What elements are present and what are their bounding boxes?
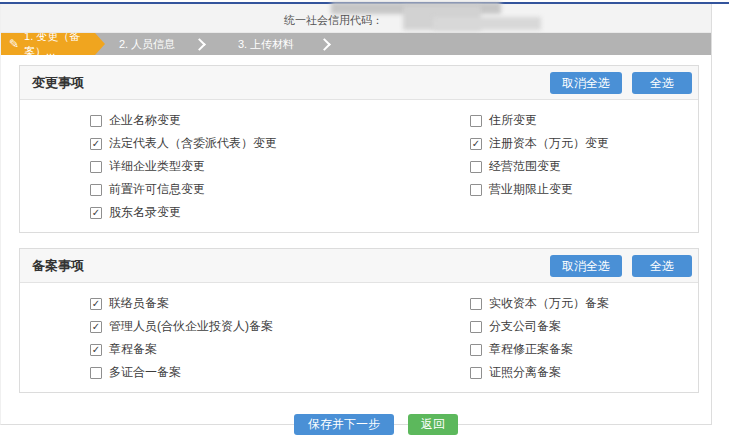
deselect-all-button[interactable]: 取消全选 (550, 72, 622, 94)
checkbox[interactable] (470, 138, 482, 150)
checkbox-item-shareholder-list-change[interactable]: 股东名录变更 (90, 201, 470, 224)
edit-pencil-icon: ✎ (9, 38, 19, 50)
checkbox-item-legal-rep-change[interactable]: 法定代表人（含委派代表）变更 (90, 132, 470, 155)
checkbox[interactable] (90, 207, 102, 219)
checkbox[interactable] (470, 344, 482, 356)
checkbox-item-enterprise-type-change[interactable]: 详细企业类型变更 (90, 155, 470, 178)
checkbox[interactable] (470, 184, 482, 196)
redacted-credit-code-value (433, 17, 541, 30)
checkbox-item-branch-filing[interactable]: 分支公司备案 (470, 315, 698, 338)
filing-items-section: 备案事项 取消全选 全选 联络员备案 管理人员(合伙企业投资人)备案 章程备案 (19, 248, 699, 393)
checkbox-item-business-term-change[interactable]: 营业期限止变更 (470, 178, 698, 201)
checkbox-item-paid-capital-filing[interactable]: 实收资本（万元）备案 (470, 292, 698, 315)
filing-items-header: 备案事项 取消全选 全选 (20, 249, 698, 283)
checkbox[interactable] (90, 298, 102, 310)
credit-code-label: 统一社会信用代码： (284, 13, 383, 28)
wizard-steps-bar: ✎ 1. 变更（备案）... 2. 人员信息 3. 上传材料 (1, 33, 711, 55)
page-container: 统一社会信用代码： ✎ 1. 变更（备案）... 2. 人员信息 3. 上传材料… (0, 4, 712, 425)
checkbox[interactable] (470, 298, 482, 310)
checkbox[interactable] (90, 367, 102, 379)
checkbox-item-articles-filing[interactable]: 章程备案 (90, 338, 470, 361)
deselect-all-button[interactable]: 取消全选 (550, 255, 622, 277)
checkbox[interactable] (470, 161, 482, 173)
checkbox-item-liaison-filing[interactable]: 联络员备案 (90, 292, 470, 315)
checkbox-item-pre-license-info-change[interactable]: 前置许可信息变更 (90, 178, 470, 201)
checkbox[interactable] (90, 184, 102, 196)
checkbox[interactable] (90, 321, 102, 333)
save-and-next-button[interactable]: 保存并下一步 (294, 414, 394, 435)
checkbox-item-cert-separation-filing[interactable]: 证照分离备案 (470, 361, 698, 384)
checkbox-item-multi-cert-filing[interactable]: 多证合一备案 (90, 361, 470, 384)
checkbox-item-articles-amendment-filing[interactable]: 章程修正案备案 (470, 338, 698, 361)
checkbox[interactable] (470, 115, 482, 127)
change-items-header: 变更事项 取消全选 全选 (20, 66, 698, 100)
checkbox[interactable] (90, 115, 102, 127)
checkbox[interactable] (90, 344, 102, 356)
checkbox-item-managers-filing[interactable]: 管理人员(合伙企业投资人)备案 (90, 315, 470, 338)
back-button[interactable]: 返回 (408, 414, 458, 435)
step-2-personnel-info[interactable]: 2. 人员信息 (105, 33, 189, 55)
change-items-section: 变更事项 取消全选 全选 企业名称变更 法定代表人（含委派代表）变更 详细企业类… (19, 65, 699, 233)
step-3-label: 3. 上传材料 (238, 37, 294, 52)
checkbox[interactable] (90, 138, 102, 150)
step-1-label: 1. 变更（备案）... (24, 29, 105, 59)
select-all-button[interactable]: 全选 (632, 255, 692, 277)
step-2-label: 2. 人员信息 (119, 37, 175, 52)
section-title: 变更事项 (32, 74, 84, 92)
checkbox-item-business-scope-change[interactable]: 经营范围变更 (470, 155, 698, 178)
section-title: 备案事项 (32, 257, 84, 275)
chevron-right-icon (318, 38, 331, 51)
select-all-button[interactable]: 全选 (632, 72, 692, 94)
checkbox-item-address-change[interactable]: 住所变更 (470, 109, 698, 132)
footer-actions: 保存并下一步 返回 (1, 414, 711, 435)
step-1-change-filing[interactable]: ✎ 1. 变更（备案）... (1, 33, 105, 55)
header-strip: 统一社会信用代码： (1, 4, 711, 33)
step-3-upload-materials[interactable]: 3. 上传材料 (218, 33, 314, 55)
chevron-right-icon (193, 38, 206, 51)
checkbox[interactable] (470, 367, 482, 379)
checkbox[interactable] (470, 321, 482, 333)
checkbox-item-company-name-change[interactable]: 企业名称变更 (90, 109, 470, 132)
checkbox[interactable] (90, 161, 102, 173)
checkbox-item-registered-capital-change[interactable]: 注册资本（万元）变更 (470, 132, 698, 155)
